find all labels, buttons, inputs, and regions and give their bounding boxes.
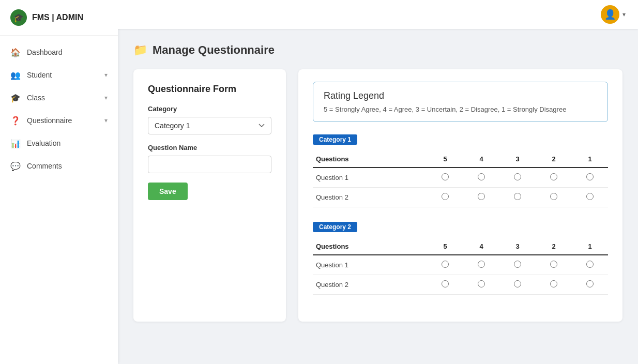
question-1-2: Question 2 xyxy=(313,188,427,207)
radio-3-1-1[interactable] xyxy=(514,173,521,180)
col-2-2: 2 xyxy=(536,238,572,255)
radio-2-1-1[interactable] xyxy=(550,173,557,180)
radio-cell xyxy=(427,188,463,207)
question-1-1: Question 1 xyxy=(313,168,427,188)
table-row: Question 2 xyxy=(313,188,608,207)
col-5-1: 5 xyxy=(427,151,463,168)
category-select[interactable]: Category 1 Category 2 Category 3 xyxy=(148,117,271,134)
radio-cell xyxy=(427,275,463,295)
radio-cell xyxy=(463,255,499,275)
form-title: Questionnaire Form xyxy=(148,84,271,95)
radio-cell xyxy=(499,275,536,295)
rating-legend-title: Rating Legend xyxy=(324,90,597,101)
radio-2-2-2[interactable] xyxy=(550,280,557,287)
main-content: 📁 Manage Questionnaire Questionnaire For… xyxy=(118,29,638,364)
table-row: Question 1 xyxy=(313,255,608,275)
radio-4-1-2[interactable] xyxy=(478,193,485,200)
category-2-table: Questions 5 4 3 2 1 Question 1 xyxy=(313,238,608,295)
radio-4-2-2[interactable] xyxy=(478,280,485,287)
category-1-badge: Category 1 xyxy=(313,134,357,145)
sidebar: 🎓 FMS | ADMIN 🏠 Dashboard 👥 Student ▾ 🎓 … xyxy=(0,0,118,364)
radio-cell xyxy=(427,255,463,275)
sidebar-label-questionnaire: Questionnaire xyxy=(27,116,72,125)
radio-5-2-1[interactable] xyxy=(442,261,449,268)
radio-cell xyxy=(499,168,536,188)
radio-4-1-1[interactable] xyxy=(478,173,485,180)
avatar[interactable]: 👤 xyxy=(601,5,619,24)
question-name-group: Question Name xyxy=(148,144,271,173)
radio-cell xyxy=(572,188,608,207)
folder-icon: 📁 xyxy=(133,43,147,57)
sidebar-label-class: Class xyxy=(27,94,45,102)
chevron-down-icon-class: ▾ xyxy=(104,94,108,101)
col-1-1: 1 xyxy=(572,151,608,168)
radio-cell xyxy=(536,255,572,275)
col-questions-2: Questions xyxy=(313,238,427,255)
radio-3-2-2[interactable] xyxy=(514,280,521,287)
sidebar-item-evaluation[interactable]: 📊 Evaluation xyxy=(0,132,118,155)
radio-1-2-2[interactable] xyxy=(586,280,594,287)
radio-3-2-1[interactable] xyxy=(514,261,521,268)
radio-cell xyxy=(536,275,572,295)
rating-panel: Rating Legend 5 = Strongly Agree, 4 = Ag… xyxy=(298,69,622,322)
rating-legend-box: Rating Legend 5 = Strongly Agree, 4 = Ag… xyxy=(313,82,608,122)
sidebar-logo: 🎓 FMS | ADMIN xyxy=(0,0,118,36)
category-2-section: Category 2 Questions 5 4 3 2 1 xyxy=(313,222,608,295)
radio-5-1-2[interactable] xyxy=(442,193,449,200)
radio-3-1-2[interactable] xyxy=(514,193,521,200)
comments-icon: 💬 xyxy=(10,161,21,171)
radio-5-2-2[interactable] xyxy=(442,280,449,287)
radio-4-2-1[interactable] xyxy=(478,261,485,268)
home-icon: 🏠 xyxy=(10,47,21,57)
radio-1-1-2[interactable] xyxy=(586,193,594,200)
rating-legend-text: 5 = Strongly Agree, 4 = Agree, 3 = Uncer… xyxy=(324,105,597,113)
question-2-1: Question 1 xyxy=(313,255,427,275)
sidebar-item-class[interactable]: 🎓 Class ▾ xyxy=(0,86,118,109)
radio-cell xyxy=(536,168,572,188)
app-title: FMS | ADMIN xyxy=(32,13,83,22)
radio-cell xyxy=(499,255,536,275)
question-name-input[interactable] xyxy=(148,156,271,173)
chevron-down-icon: ▾ xyxy=(104,71,108,79)
table-row: Question 2 xyxy=(313,275,608,295)
radio-2-1-2[interactable] xyxy=(550,193,557,200)
radio-cell xyxy=(572,275,608,295)
radio-cell xyxy=(499,188,536,207)
radio-5-1-1[interactable] xyxy=(442,173,449,180)
radio-cell xyxy=(572,168,608,188)
col-3-1: 3 xyxy=(499,151,536,168)
content-grid: Questionnaire Form Category Category 1 C… xyxy=(133,69,622,322)
col-5-2: 5 xyxy=(427,238,463,255)
category-1-table: Questions 5 4 3 2 1 Question 1 xyxy=(313,151,608,207)
sidebar-item-comments[interactable]: 💬 Comments xyxy=(0,155,118,177)
category-group: Category Category 1 Category 2 Category … xyxy=(148,105,271,134)
category-2-badge: Category 2 xyxy=(313,222,357,232)
radio-2-2-1[interactable] xyxy=(550,261,557,268)
radio-cell xyxy=(572,255,608,275)
question-name-label: Question Name xyxy=(148,144,271,151)
page-title: Manage Questionnaire xyxy=(153,43,275,57)
radio-cell xyxy=(463,168,499,188)
save-button[interactable]: Save xyxy=(148,183,188,200)
radio-1-2-1[interactable] xyxy=(586,261,594,268)
radio-cell xyxy=(427,168,463,188)
class-icon: 🎓 xyxy=(10,93,21,103)
sidebar-label-dashboard: Dashboard xyxy=(27,48,63,56)
col-4-2: 4 xyxy=(463,238,499,255)
sidebar-label-student: Student xyxy=(27,71,52,79)
col-2-1: 2 xyxy=(536,151,572,168)
sidebar-item-dashboard[interactable]: 🏠 Dashboard xyxy=(0,41,118,64)
col-4-1: 4 xyxy=(463,151,499,168)
sidebar-item-questionnaire[interactable]: ❓ Questionnaire ▾ xyxy=(0,109,118,132)
logo-icon: 🎓 xyxy=(10,9,27,26)
col-questions-1: Questions xyxy=(313,151,427,168)
questionnaire-icon: ❓ xyxy=(10,115,21,126)
questionnaire-form-card: Questionnaire Form Category Category 1 C… xyxy=(133,69,286,322)
user-menu[interactable]: 👤 ▾ xyxy=(601,5,626,24)
page-title-area: 📁 Manage Questionnaire xyxy=(133,43,622,57)
radio-cell xyxy=(463,188,499,207)
sidebar-item-student[interactable]: 👥 Student ▾ xyxy=(0,64,118,86)
radio-cell xyxy=(463,275,499,295)
radio-1-1-1[interactable] xyxy=(586,173,594,180)
question-2-2: Question 2 xyxy=(313,275,427,295)
